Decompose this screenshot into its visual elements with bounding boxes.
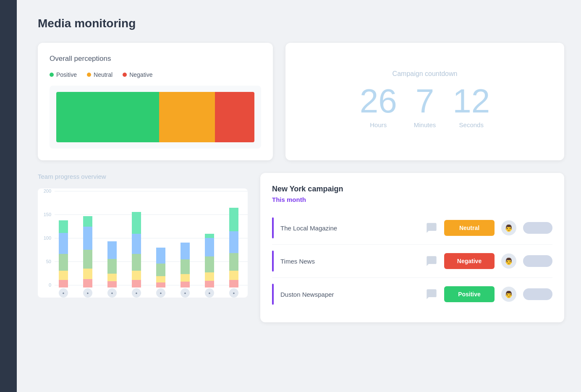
stacked-segment xyxy=(107,241,117,259)
stacked-segment xyxy=(205,272,214,281)
sentiment-badge: Neutral xyxy=(444,220,495,236)
perceptions-bar xyxy=(56,92,254,142)
page-title: Media monitoring xyxy=(38,17,564,30)
stacked-bar-group xyxy=(102,241,123,287)
avatar: ● xyxy=(229,288,238,298)
row-avatar: 👨 xyxy=(501,253,516,269)
stacked-segment xyxy=(229,253,238,271)
main-content: Media monitoring Overall perceptions Pos… xyxy=(17,0,581,392)
stacked-segment xyxy=(181,259,190,274)
grid-label-100: 100 xyxy=(41,235,51,240)
grid-label-50: 50 xyxy=(41,259,51,264)
campaign-row: Duston Newspaper Positive 👨 xyxy=(272,278,552,311)
stacked-segment xyxy=(181,282,190,287)
countdown-hours-unit: 26 Hours xyxy=(360,84,397,128)
row-action[interactable] xyxy=(523,288,552,300)
countdown-hours-value: 26 xyxy=(360,84,397,118)
stacked-segment xyxy=(205,281,214,287)
stacked-segment xyxy=(229,271,238,280)
stacked-bar-group xyxy=(199,234,220,287)
grid-label-150: 150 xyxy=(41,212,51,217)
campaign-title: New York campaign xyxy=(272,185,552,193)
stacked-bar-group xyxy=(77,216,98,287)
countdown-numbers: 26 Hours 7 Minutes 12 Seconds xyxy=(360,84,490,128)
avatar: ● xyxy=(132,288,141,298)
avatar-placeholder: ● xyxy=(53,288,74,298)
grid-label-0: 0 xyxy=(41,282,51,287)
countdown-card: Campaign countdown 26 Hours 7 Minutes 12… xyxy=(285,43,564,160)
stacked-segment xyxy=(83,250,92,269)
row-action[interactable] xyxy=(523,222,552,234)
stacked-segment xyxy=(83,279,92,287)
negative-label: Negative xyxy=(129,71,152,78)
stacked-segment xyxy=(132,280,141,287)
bottom-row: Team progress overview 200 150 100 xyxy=(38,173,564,322)
avatar-placeholder: ● xyxy=(126,288,147,298)
legend-positive: Positive xyxy=(50,71,77,78)
stacked-segment xyxy=(205,238,214,256)
stacked-segment xyxy=(59,280,68,287)
campaign-list: The Local Magazine Neutral 👨 Times News … xyxy=(272,212,552,311)
stacked-segment xyxy=(107,281,117,287)
bars-container xyxy=(53,188,244,287)
perceptions-bar-container xyxy=(50,86,261,149)
countdown-seconds-unit: 12 Seconds xyxy=(453,84,490,128)
stacked-segment xyxy=(181,243,190,259)
row-name: The Local Magazine xyxy=(280,225,419,232)
stacked-segment xyxy=(83,227,92,250)
stacked-segment xyxy=(205,256,214,272)
top-row: Overall perceptions Positive Neutral Neg… xyxy=(38,43,564,160)
stacked-segment xyxy=(156,276,165,282)
stacked-segment xyxy=(59,271,68,280)
row-action[interactable] xyxy=(523,255,552,267)
chat-icon xyxy=(426,255,437,267)
row-accent xyxy=(272,251,274,272)
row-avatar: 👨 xyxy=(501,220,516,235)
chat-icon xyxy=(426,288,437,300)
sentiment-badge: Negative xyxy=(444,253,495,269)
chat-icon xyxy=(426,222,437,234)
grid-label-200: 200 xyxy=(41,188,51,193)
stacked-segment xyxy=(107,274,117,281)
stacked-segment xyxy=(229,231,238,253)
stacked-segment xyxy=(132,212,141,234)
stacked-segment xyxy=(83,269,92,279)
stacked-segment xyxy=(156,264,165,276)
positive-dot xyxy=(50,73,54,77)
campaign-row: The Local Magazine Neutral 👨 xyxy=(272,212,552,245)
stacked-segment xyxy=(205,234,214,238)
stacked-segment xyxy=(181,274,190,282)
perceptions-card: Overall perceptions Positive Neutral Neg… xyxy=(38,43,273,160)
avatar-placeholder: ● xyxy=(77,288,98,298)
stacked-bar-group xyxy=(150,248,171,287)
avatar: ● xyxy=(83,288,92,298)
team-progress-label: Team progress overview xyxy=(38,173,248,180)
sentiment-badge: Positive xyxy=(444,286,495,302)
avatar: ● xyxy=(107,288,117,298)
stacked-segment xyxy=(229,280,238,287)
countdown-hours-label: Hours xyxy=(370,121,387,128)
countdown-seconds-label: Seconds xyxy=(459,121,484,128)
avatar: ● xyxy=(59,288,68,298)
positive-segment xyxy=(56,92,159,142)
stacked-chart: 200 150 100 50 xyxy=(38,188,248,298)
stacked-bar-group xyxy=(175,243,196,287)
row-accent xyxy=(272,284,274,305)
stacked-segment xyxy=(156,282,165,287)
avatar: ● xyxy=(181,288,190,298)
legend-negative: Negative xyxy=(123,71,152,78)
stacked-segment xyxy=(132,234,141,254)
avatar-placeholder: ● xyxy=(175,288,196,298)
avatar-placeholder: ● xyxy=(102,288,123,298)
stacked-segment xyxy=(59,220,68,233)
team-progress-section: Team progress overview 200 150 100 xyxy=(38,173,248,322)
negative-segment xyxy=(215,92,254,142)
countdown-seconds-value: 12 xyxy=(453,84,490,118)
row-name: Duston Newspaper xyxy=(280,291,419,298)
positive-label: Positive xyxy=(56,71,77,78)
stacked-segment xyxy=(59,254,68,271)
row-name: Times News xyxy=(280,258,419,265)
countdown-minutes-label: Minutes xyxy=(414,121,436,128)
stacked-segment xyxy=(59,233,68,254)
avatar-placeholder: ● xyxy=(223,288,244,298)
